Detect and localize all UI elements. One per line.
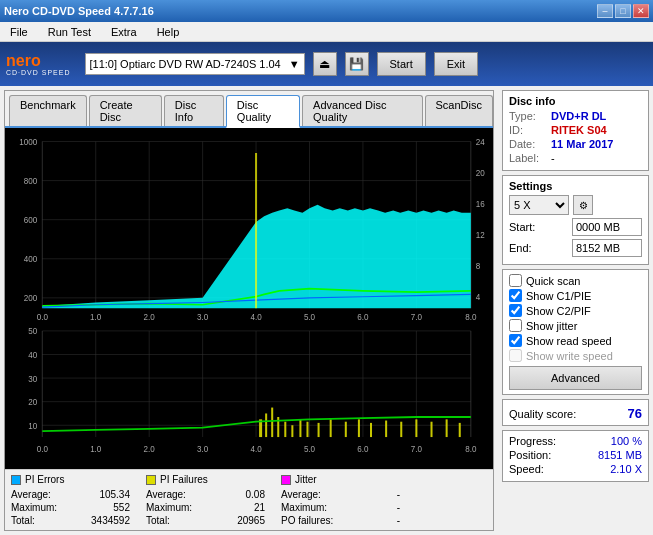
save-button[interactable]: 💾 bbox=[345, 52, 369, 76]
pi-failures-avg-val: 0.08 bbox=[205, 489, 265, 500]
svg-rect-84 bbox=[459, 423, 461, 437]
left-panel: Benchmark Create Disc Disc Info Disc Qua… bbox=[4, 90, 494, 531]
show-jitter-row: Show jitter bbox=[509, 319, 642, 332]
pi-failures-max-val: 21 bbox=[205, 502, 265, 513]
pi-errors-legend-box bbox=[11, 475, 21, 485]
pi-failures-stats: PI Failures Average: 0.08 Maximum: 21 To… bbox=[146, 474, 265, 526]
svg-text:50: 50 bbox=[28, 326, 37, 337]
minimize-button[interactable]: – bbox=[597, 4, 613, 18]
pi-errors-label: PI Errors bbox=[25, 474, 64, 485]
close-button[interactable]: ✕ bbox=[633, 4, 649, 18]
svg-text:30: 30 bbox=[28, 373, 37, 384]
settings-title: Settings bbox=[509, 180, 642, 192]
speed-label: Speed: bbox=[509, 463, 544, 475]
start-button[interactable]: Start bbox=[377, 52, 426, 76]
show-write-speed-row: Show write speed bbox=[509, 349, 642, 362]
svg-text:8.0: 8.0 bbox=[465, 311, 476, 322]
svg-text:5.0: 5.0 bbox=[304, 444, 315, 455]
pi-errors-avg-val: 105.34 bbox=[70, 489, 130, 500]
po-failures-label: PO failures: bbox=[281, 515, 336, 526]
jitter-avg-label: Average: bbox=[281, 489, 336, 500]
jitter-stats: Jitter Average: - Maximum: - PO failures… bbox=[281, 474, 400, 526]
speed-row-2: Speed: 2.10 X bbox=[509, 463, 642, 475]
svg-rect-81 bbox=[415, 420, 417, 438]
tab-disc-info[interactable]: Disc Info bbox=[164, 95, 224, 126]
pi-errors-total-val: 3434592 bbox=[70, 515, 130, 526]
svg-rect-67 bbox=[265, 414, 267, 438]
menu-run-test[interactable]: Run Test bbox=[42, 24, 97, 40]
logo-subtitle: CD·DVD SPEED bbox=[6, 69, 71, 76]
exit-button[interactable]: Exit bbox=[434, 52, 478, 76]
start-input[interactable] bbox=[572, 218, 642, 236]
show-write-speed-checkbox[interactable] bbox=[509, 349, 522, 362]
svg-text:4.0: 4.0 bbox=[250, 444, 261, 455]
settings-icon-button[interactable]: ⚙ bbox=[573, 195, 593, 215]
svg-text:6.0: 6.0 bbox=[357, 444, 368, 455]
svg-text:200: 200 bbox=[24, 293, 38, 304]
progress-row: Progress: 100 % bbox=[509, 435, 642, 447]
svg-text:4.0: 4.0 bbox=[250, 311, 261, 322]
disc-label-val: - bbox=[551, 152, 555, 164]
disc-label-row: Label: - bbox=[509, 152, 642, 164]
jitter-label: Jitter bbox=[295, 474, 317, 485]
svg-text:20: 20 bbox=[476, 167, 485, 178]
tab-benchmark[interactable]: Benchmark bbox=[9, 95, 87, 126]
quality-score-label: Quality score: bbox=[509, 408, 576, 420]
svg-text:600: 600 bbox=[24, 215, 38, 226]
show-c1pie-checkbox[interactable] bbox=[509, 289, 522, 302]
tabs: Benchmark Create Disc Disc Info Disc Qua… bbox=[5, 91, 493, 128]
svg-text:40: 40 bbox=[28, 350, 37, 361]
pi-failures-max-label: Maximum: bbox=[146, 502, 201, 513]
svg-rect-75 bbox=[330, 420, 332, 438]
svg-rect-78 bbox=[370, 423, 372, 437]
show-c1pie-label: Show C1/PIE bbox=[526, 290, 591, 302]
svg-rect-71 bbox=[291, 426, 293, 438]
show-jitter-label: Show jitter bbox=[526, 320, 577, 332]
end-input[interactable] bbox=[572, 239, 642, 257]
quick-scan-label: Quick scan bbox=[526, 275, 580, 287]
quick-scan-checkbox[interactable] bbox=[509, 274, 522, 287]
tab-scandisc[interactable]: ScanDisc bbox=[425, 95, 493, 126]
svg-text:5.0: 5.0 bbox=[304, 311, 315, 322]
logo: nero CD·DVD SPEED bbox=[6, 53, 71, 76]
disc-date-label: Date: bbox=[509, 138, 547, 150]
svg-text:2.0: 2.0 bbox=[144, 311, 155, 322]
right-panel: Disc info Type: DVD+R DL ID: RITEK S04 D… bbox=[498, 86, 653, 535]
svg-text:800: 800 bbox=[24, 176, 38, 187]
disc-id-row: ID: RITEK S04 bbox=[509, 124, 642, 136]
speed-select[interactable]: 5 X 2 X 4 X 8 X Max bbox=[509, 195, 569, 215]
drive-label: [11:0] Optiarc DVD RW AD-7240S 1.04 bbox=[90, 58, 281, 70]
quality-section: Quality score: 76 bbox=[502, 399, 649, 426]
header-toolbar: nero CD·DVD SPEED [11:0] Optiarc DVD RW … bbox=[0, 42, 653, 86]
menu-extra[interactable]: Extra bbox=[105, 24, 143, 40]
pi-failures-avg-label: Average: bbox=[146, 489, 201, 500]
progress-label: Progress: bbox=[509, 435, 556, 447]
eject-button[interactable]: ⏏ bbox=[313, 52, 337, 76]
tab-create-disc[interactable]: Create Disc bbox=[89, 95, 162, 126]
disc-date-row: Date: 11 Mar 2017 bbox=[509, 138, 642, 150]
maximize-button[interactable]: □ bbox=[615, 4, 631, 18]
svg-rect-68 bbox=[271, 408, 273, 437]
svg-rect-76 bbox=[345, 422, 347, 437]
main-area: Benchmark Create Disc Disc Info Disc Qua… bbox=[0, 86, 653, 535]
pi-errors-stats: PI Errors Average: 105.34 Maximum: 552 T… bbox=[11, 474, 130, 526]
advanced-button[interactable]: Advanced bbox=[509, 366, 642, 390]
svg-text:24: 24 bbox=[476, 136, 485, 147]
tab-disc-quality[interactable]: Disc Quality bbox=[226, 95, 300, 128]
show-read-speed-checkbox[interactable] bbox=[509, 334, 522, 347]
disc-date-val: 11 Mar 2017 bbox=[551, 138, 613, 150]
top-chart: 1000 800 600 400 200 24 20 16 12 8 4 0.0… bbox=[7, 130, 491, 325]
drive-selector[interactable]: [11:0] Optiarc DVD RW AD-7240S 1.04 ▼ bbox=[85, 53, 305, 75]
menu-file[interactable]: File bbox=[4, 24, 34, 40]
tab-advanced-disc-quality[interactable]: Advanced Disc Quality bbox=[302, 95, 422, 126]
svg-text:1.0: 1.0 bbox=[90, 311, 101, 322]
progress-val: 100 % bbox=[611, 435, 642, 447]
svg-rect-80 bbox=[400, 422, 402, 437]
svg-text:0.0: 0.0 bbox=[37, 311, 48, 322]
svg-text:0.0: 0.0 bbox=[37, 444, 48, 455]
show-c2pif-checkbox[interactable] bbox=[509, 304, 522, 317]
disc-info-title: Disc info bbox=[509, 95, 642, 107]
menu-help[interactable]: Help bbox=[151, 24, 186, 40]
show-jitter-checkbox[interactable] bbox=[509, 319, 522, 332]
svg-text:400: 400 bbox=[24, 254, 38, 265]
